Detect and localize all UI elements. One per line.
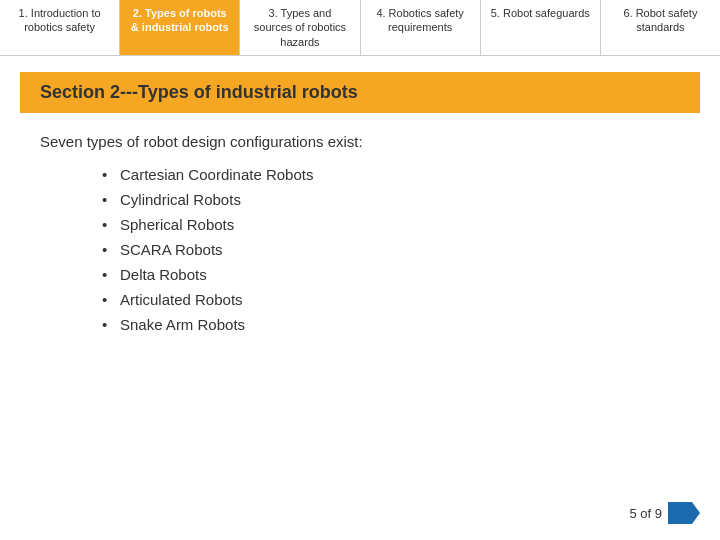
list-item: SCARA Robots — [120, 241, 680, 258]
next-arrow-icon[interactable] — [668, 502, 700, 524]
nav-item-5[interactable]: 5. Robot safeguards — [481, 0, 601, 55]
nav-item-3[interactable]: 3. Types and sources of robotics hazards — [240, 0, 360, 55]
main-content: Seven types of robot design configuratio… — [0, 113, 720, 361]
list-item: Snake Arm Robots — [120, 316, 680, 333]
bullet-list: Cartesian Coordinate Robots Cylindrical … — [40, 166, 680, 333]
section-header: Section 2---Types of industrial robots — [20, 72, 700, 113]
intro-text: Seven types of robot design configuratio… — [40, 133, 680, 150]
footer: 5 of 9 — [629, 502, 700, 524]
nav-item-1[interactable]: 1. Introduction to robotics safety — [0, 0, 120, 55]
navigation-bar: 1. Introduction to robotics safety 2. Ty… — [0, 0, 720, 56]
page-number: 5 of 9 — [629, 506, 662, 521]
list-item: Cartesian Coordinate Robots — [120, 166, 680, 183]
nav-item-2[interactable]: 2. Types of robots & industrial robots — [120, 0, 240, 55]
list-item: Spherical Robots — [120, 216, 680, 233]
nav-item-4[interactable]: 4. Robotics safety requirements — [361, 0, 481, 55]
nav-item-6[interactable]: 6. Robot safety standards — [601, 0, 720, 55]
list-item: Cylindrical Robots — [120, 191, 680, 208]
list-item: Articulated Robots — [120, 291, 680, 308]
list-item: Delta Robots — [120, 266, 680, 283]
